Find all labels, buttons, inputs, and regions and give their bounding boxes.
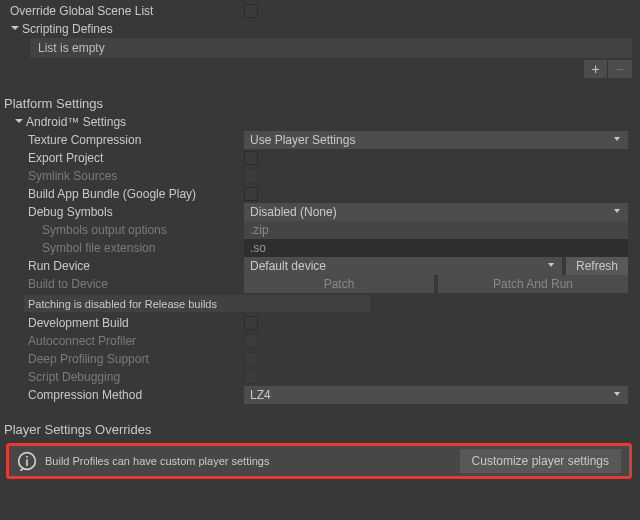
development-build-row: Development Build [0, 314, 640, 332]
chevron-down-icon [546, 259, 556, 273]
scripting-defines-row: Scripting Defines [0, 20, 640, 38]
texture-compression-label: Texture Compression [28, 133, 141, 147]
add-define-button[interactable]: + [584, 60, 608, 78]
development-build-label: Development Build [28, 316, 129, 330]
override-global-label: Override Global Scene List [10, 4, 153, 18]
debug-symbols-row: Debug Symbols Disabled (None) [0, 203, 640, 221]
remove-define-button[interactable]: − [608, 60, 632, 78]
player-settings-overrides-header: Player Settings Overrides [0, 418, 640, 439]
build-app-bundle-checkbox[interactable] [244, 187, 258, 201]
chevron-down-icon [612, 205, 622, 219]
patching-disabled-note: Patching is disabled for Release builds [24, 295, 370, 312]
android-settings-foldout[interactable]: Android™ Settings [14, 115, 126, 129]
export-project-row: Export Project [0, 149, 640, 167]
svg-rect-2 [26, 459, 28, 466]
build-app-bundle-label: Build App Bundle (Google Play) [28, 187, 196, 201]
compression-method-row: Compression Method LZ4 [0, 386, 640, 404]
android-settings-label: Android™ Settings [26, 115, 126, 129]
symbols-output-label: Symbols output options [42, 223, 167, 237]
development-build-checkbox[interactable] [244, 316, 258, 330]
build-to-device-label: Build to Device [28, 277, 108, 291]
symbols-output-dropdown: .zip [244, 221, 628, 239]
symbol-ext-field: .so [244, 239, 628, 257]
texture-compression-dropdown[interactable]: Use Player Settings [244, 131, 628, 149]
customize-player-settings-button[interactable]: Customize player settings [460, 449, 621, 473]
symlink-sources-checkbox [244, 169, 258, 183]
chevron-down-icon [612, 133, 622, 147]
platform-settings-header: Platform Settings [0, 92, 640, 113]
script-debugging-row: Script Debugging [0, 368, 640, 386]
compression-method-dropdown[interactable]: LZ4 [244, 386, 628, 404]
autoconnect-profiler-row: Autoconnect Profiler [0, 332, 640, 350]
scripting-defines-empty: List is empty [30, 38, 632, 58]
player-overrides-info-box: Build Profiles can have custom player se… [6, 443, 632, 479]
patch-and-run-button: Patch And Run [438, 275, 628, 293]
patch-button: Patch [244, 275, 434, 293]
export-project-checkbox[interactable] [244, 151, 258, 165]
build-app-bundle-row: Build App Bundle (Google Play) [0, 185, 640, 203]
scripting-defines-controls: + − [0, 60, 632, 78]
script-debugging-label: Script Debugging [28, 370, 120, 384]
run-device-dropdown[interactable]: Default device [244, 257, 562, 275]
override-global-checkbox[interactable] [244, 4, 258, 18]
autoconnect-profiler-label: Autoconnect Profiler [28, 334, 136, 348]
chevron-down-icon [14, 115, 26, 129]
autoconnect-profiler-checkbox [244, 334, 258, 348]
symlink-sources-label: Symlink Sources [28, 169, 117, 183]
deep-profiling-row: Deep Profiling Support [0, 350, 640, 368]
info-icon [17, 451, 37, 471]
svg-rect-1 [26, 456, 28, 458]
override-global-scene-list-row: Override Global Scene List [0, 2, 640, 20]
symbols-output-row: Symbols output options .zip [0, 221, 640, 239]
deep-profiling-checkbox [244, 352, 258, 366]
run-device-row: Run Device Default device Refresh [0, 257, 640, 275]
compression-method-label: Compression Method [28, 388, 142, 402]
deep-profiling-label: Deep Profiling Support [28, 352, 149, 366]
debug-symbols-label: Debug Symbols [28, 205, 113, 219]
scripting-defines-label: Scripting Defines [22, 22, 113, 36]
run-device-label: Run Device [28, 259, 90, 273]
texture-compression-row: Texture Compression Use Player Settings [0, 131, 640, 149]
build-to-device-row: Build to Device Patch Patch And Run [0, 275, 640, 293]
player-overrides-info-text: Build Profiles can have custom player se… [45, 455, 452, 467]
export-project-label: Export Project [28, 151, 103, 165]
debug-symbols-dropdown[interactable]: Disabled (None) [244, 203, 628, 221]
symbol-ext-label: Symbol file extension [42, 241, 155, 255]
symlink-sources-row: Symlink Sources [0, 167, 640, 185]
symbol-ext-row: Symbol file extension .so [0, 239, 640, 257]
android-settings-row: Android™ Settings [0, 113, 640, 131]
scripting-defines-foldout[interactable]: Scripting Defines [10, 22, 113, 36]
chevron-down-icon [10, 22, 22, 36]
refresh-devices-button[interactable]: Refresh [566, 257, 628, 275]
chevron-down-icon [612, 388, 622, 402]
script-debugging-checkbox [244, 370, 258, 384]
